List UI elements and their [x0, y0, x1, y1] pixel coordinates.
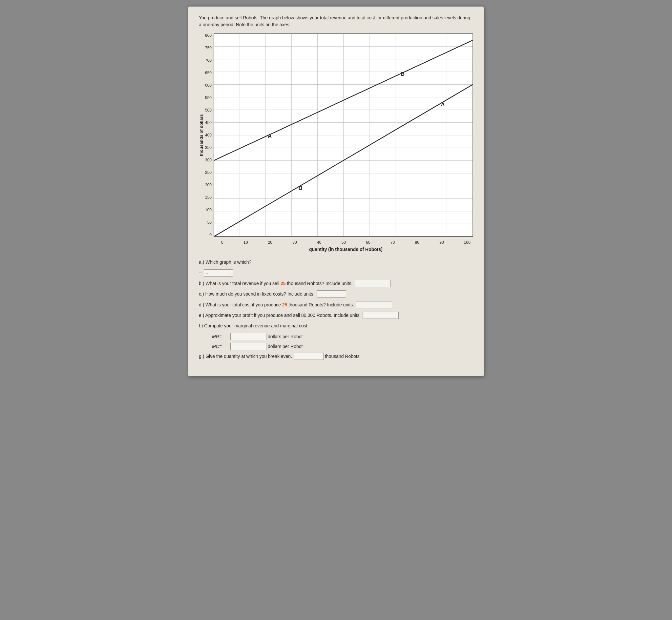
- question-d-row: d.) What is your total cost if you produ…: [199, 301, 473, 308]
- question-f-label: f.) Compute your marginal revenue and ma…: [199, 322, 309, 329]
- question-a-dropdown[interactable]: --: [204, 269, 233, 276]
- x-tick-80: 80: [415, 240, 419, 245]
- svg-text:A: A: [441, 102, 445, 108]
- x-tick-labels: 0102030405060708090100: [221, 240, 470, 245]
- x-tick-40: 40: [317, 240, 321, 245]
- y-tick-550: 550: [205, 96, 212, 100]
- mr-answer[interactable]: [230, 333, 266, 340]
- dropdown-value: --: [204, 271, 208, 276]
- y-tick-0: 0: [209, 233, 212, 237]
- y-tick-500: 500: [205, 108, 212, 112]
- y-tick-150: 150: [205, 196, 212, 199]
- question-e-answer[interactable]: [363, 312, 399, 319]
- question-e-row: e.) Approximate your profit if you produ…: [199, 312, 473, 319]
- x-tick-90: 90: [440, 240, 444, 245]
- x-tick-0: 0: [221, 240, 223, 245]
- x-tick-60: 60: [366, 240, 370, 245]
- chart-area: A B B A: [214, 34, 473, 237]
- question-c-label: c.) How much do you spend in fixed costs…: [199, 290, 315, 298]
- question-b-suffix: thousand Robots? Include units.: [287, 280, 352, 287]
- x-tick-10: 10: [244, 240, 248, 245]
- question-g-answer[interactable]: [294, 353, 323, 360]
- question-f-row: f.) Compute your marginal revenue and ma…: [199, 322, 473, 329]
- x-axis-section: 0102030405060708090100 quantity (in thou…: [221, 240, 470, 252]
- chart-with-yaxis: 0501001502002503003504004505005506006507…: [205, 34, 473, 237]
- x-tick-100: 100: [464, 240, 470, 245]
- dash-label: --: [199, 269, 202, 276]
- question-g-label: g.) Give the quantity at which you break…: [199, 353, 292, 360]
- mr-row: MR= dollars per Robot: [212, 333, 473, 340]
- y-tick-400: 400: [205, 133, 212, 137]
- question-a-row: a.) Which graph is which?: [199, 258, 473, 266]
- question-a-dropdown-row: -- --: [199, 269, 473, 276]
- mc-answer[interactable]: [230, 343, 266, 350]
- mr-label: MR=: [212, 334, 228, 339]
- question-e-label: e.) Approximate your profit if you produ…: [199, 312, 361, 319]
- y-tick-350: 350: [205, 146, 212, 150]
- mc-row: MC= dollars per Robot: [212, 343, 473, 350]
- y-tick-700: 700: [205, 58, 212, 62]
- y-tick-50: 50: [207, 220, 212, 224]
- svg-text:B: B: [298, 185, 302, 191]
- question-c-row: c.) How much do you spend in fixed costs…: [199, 290, 473, 298]
- y-tick-600: 600: [205, 83, 212, 87]
- mr-unit: dollars per Robot: [268, 334, 303, 339]
- x-tick-50: 50: [342, 240, 346, 245]
- question-c-answer[interactable]: [317, 290, 346, 298]
- y-tick-650: 650: [205, 71, 212, 75]
- y-tick-800: 800: [205, 34, 212, 37]
- question-g-suffix: thousand Robots: [325, 353, 360, 360]
- svg-text:B: B: [401, 71, 405, 77]
- question-d-suffix: thousand Robots? Include units.: [289, 301, 354, 308]
- questions: a.) Which graph is which? -- -- b.) What…: [199, 258, 473, 360]
- y-tick-200: 200: [205, 183, 212, 187]
- svg-text:A: A: [268, 133, 272, 139]
- question-b-answer[interactable]: [355, 280, 391, 287]
- y-tick-450: 450: [205, 121, 212, 125]
- intro-text: You produce and sell Robots. The graph b…: [199, 14, 473, 28]
- x-tick-20: 20: [268, 240, 272, 245]
- y-axis-label: thousands of dollars: [199, 34, 204, 237]
- y-tick-300: 300: [205, 158, 212, 162]
- chart-svg: A B B A: [214, 34, 473, 237]
- question-b-row: b.) What is your total revenue if you se…: [199, 280, 473, 287]
- question-a-label: a.) Which graph is which?: [199, 258, 251, 266]
- x-axis-label: quantity (in thousands of Robots): [309, 247, 382, 252]
- question-d-highlight: 25: [282, 301, 288, 308]
- question-b-label: b.) What is your total revenue if you se…: [199, 280, 279, 287]
- question-g-row: g.) Give the quantity at which you break…: [199, 353, 473, 360]
- y-tick-labels: 0501001502002503003504004505005506006507…: [205, 34, 214, 237]
- y-tick-100: 100: [205, 208, 212, 212]
- question-b-highlight: 25: [280, 280, 286, 287]
- mc-unit: dollars per Robot: [268, 344, 303, 349]
- y-tick-250: 250: [205, 170, 212, 174]
- question-d-label: d.) What is your total cost if you produ…: [199, 301, 281, 308]
- question-d-answer[interactable]: [356, 301, 392, 308]
- mc-label: MC=: [212, 344, 228, 349]
- x-tick-70: 70: [391, 240, 395, 245]
- y-tick-750: 750: [205, 46, 212, 50]
- chart-container: thousands of dollars 0501001502002503003…: [199, 34, 473, 237]
- x-tick-30: 30: [292, 240, 297, 245]
- page: You produce and sell Robots. The graph b…: [188, 7, 484, 376]
